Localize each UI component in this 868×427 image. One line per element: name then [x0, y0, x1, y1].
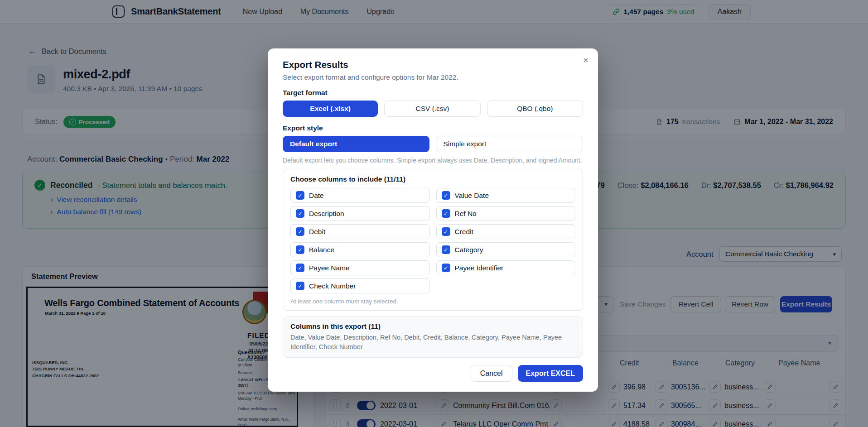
checked-checkbox-icon: ✓: [296, 264, 304, 272]
column-checkbox-ref-no[interactable]: ✓Ref No: [436, 206, 576, 221]
column-checkbox-date[interactable]: ✓Date: [290, 188, 430, 203]
column-checkbox-payee-identifier[interactable]: ✓Payee Identifier: [436, 260, 576, 275]
close-icon[interactable]: ×: [583, 56, 588, 65]
checked-checkbox-icon: ✓: [296, 282, 304, 290]
column-checkbox-payee-name[interactable]: ✓Payee Name: [290, 260, 430, 275]
summary-body: Date, Value Date, Description, Ref No, D…: [290, 333, 575, 352]
style-option-simple[interactable]: Simple export: [436, 136, 583, 152]
column-checkbox-debit[interactable]: ✓Debit: [290, 224, 430, 239]
column-checkbox-balance[interactable]: ✓Balance: [290, 242, 430, 257]
checked-checkbox-icon: ✓: [442, 264, 450, 272]
format-option-qbo[interactable]: QBO (.qbo): [487, 101, 583, 117]
checked-checkbox-icon: ✓: [442, 245, 450, 254]
export-style-hint: Default export lets you choose columns. …: [283, 157, 583, 164]
modal-title: Export Results: [283, 59, 583, 70]
column-checkbox-check-number[interactable]: ✓Check Number: [290, 278, 430, 293]
column-checkbox-description[interactable]: ✓Description: [290, 206, 430, 221]
app: SmartBankStatement New Upload My Documen…: [0, 0, 868, 427]
column-checkbox-credit[interactable]: ✓Credit: [436, 224, 576, 239]
checked-checkbox-icon: ✓: [296, 209, 304, 218]
export-style-label: Export style: [283, 124, 583, 132]
export-results-modal: × Export Results Select export format an…: [268, 48, 598, 392]
checked-checkbox-icon: ✓: [442, 191, 450, 200]
checked-checkbox-icon: ✓: [296, 191, 304, 200]
format-option-excel[interactable]: Excel (.xlsx): [283, 101, 378, 117]
checked-checkbox-icon: ✓: [296, 227, 304, 236]
target-format-label: Target format: [283, 89, 583, 97]
modal-subtitle: Select export format and configure optio…: [283, 73, 583, 82]
summary-header: Columns in this export (11): [290, 322, 575, 331]
cancel-button[interactable]: Cancel: [471, 365, 512, 382]
checked-checkbox-icon: ✓: [442, 209, 450, 218]
column-checkbox-category[interactable]: ✓Category: [436, 242, 576, 257]
column-chooser: Choose columns to include (11/11) ✓Date …: [283, 169, 583, 311]
format-option-csv[interactable]: CSV (.csv): [384, 101, 480, 117]
checked-checkbox-icon: ✓: [442, 227, 450, 236]
column-chooser-header: Choose columns to include (11/11): [290, 175, 575, 183]
export-summary: Columns in this export (11) Date, Value …: [283, 317, 583, 358]
export-excel-button[interactable]: Export EXCEL: [518, 365, 583, 382]
column-chooser-note: At least one column must stay selected.: [290, 298, 575, 305]
style-option-default[interactable]: Default export: [283, 136, 429, 152]
column-checkbox-value-date[interactable]: ✓Value Date: [436, 188, 576, 203]
checked-checkbox-icon: ✓: [296, 245, 304, 254]
